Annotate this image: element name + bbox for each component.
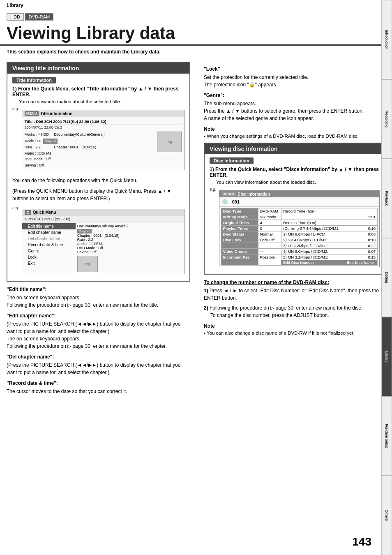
table-row-2: Writing Mode VR mode 1:51: [221, 214, 377, 220]
table-row-7: 3) LP 2.2Mbps / □□D/M1: 0:22: [221, 243, 377, 249]
side-nav-recording[interactable]: Recording: [381, 79, 392, 159]
qm-genre: Documentary/Culture(General): [77, 224, 128, 228]
meta-line-5: DVD Mode : Off: [25, 156, 154, 162]
cell-sp2-val: 0:10: [345, 237, 377, 243]
disc-info-table: Disc Type DVD-RAM Record Time (h:m) Writ…: [221, 208, 378, 266]
meta-line-4: Audio : □□D/ M1: [25, 150, 154, 156]
page-title: Viewing Library data: [7, 24, 385, 43]
side-nav-library[interactable]: Library: [381, 317, 392, 396]
qm-thumb: img: [77, 256, 98, 272]
cell-empty-label: [221, 243, 258, 249]
cell-writing-mode-value: VR mode: [258, 214, 281, 220]
sections-list: "Edit title name": The on-screen keyboar…: [7, 287, 190, 395]
qm-item-del-chapter[interactable]: Del chapter name: [22, 236, 76, 242]
edit-chapter-head: "Edit chapter name":: [7, 313, 190, 319]
qm-item-edit-chapter[interactable]: Edit chapter name: [22, 229, 76, 236]
para-quick-menu-note: (Press the QUICK MENU button to display …: [12, 187, 184, 202]
cell-mn5: 5) MN 3.2Mbps / □□D/M1:: [281, 254, 345, 260]
tab-dvd-ram[interactable]: DVD-RAM: [25, 13, 53, 21]
side-nav-introduction[interactable]: Introduction: [381, 0, 392, 79]
edit-chapter-body: (Press the PICTURE SEARCH (◄◄/▶►) button…: [7, 320, 190, 350]
qm-item-lock[interactable]: Lock: [22, 254, 76, 260]
quick-menu-icon-2: ⊙: [25, 210, 31, 215]
cell-edit-disc-name[interactable]: Edit Disc Name: [345, 260, 377, 266]
genre-body: The sub-menu appears. Press the ▲ / ▼ bu…: [204, 100, 385, 122]
title-meta-area: Media : ≡ HDD Documentary/Culture(Genera…: [25, 132, 182, 168]
change-step1-num: 1): [204, 288, 208, 294]
note-bullet-1: • When you change settings of a DVD-RAM …: [204, 134, 385, 139]
left-column: Viewing title information Title informat…: [0, 58, 197, 402]
quick-menu-icon-1: MENU: [25, 111, 39, 116]
eg-label-1: e.g.: [12, 106, 19, 111]
side-nav-editing[interactable]: Editing: [381, 238, 392, 317]
qm-item-exit[interactable]: Exit: [22, 260, 76, 266]
cell-lp3: 3) LP 2.2Mbps / □□D/M1:: [281, 243, 345, 249]
right-column: "Lock" Set the protection for the curren…: [197, 58, 392, 402]
page-subtitle: This section explains how to check and m…: [0, 46, 392, 58]
change-step1-text: Press ◄ / ► to select "Edit Disc Number"…: [204, 288, 379, 301]
cell-lp3-val: 0:22: [345, 243, 377, 249]
qm-item-genre[interactable]: Genre: [22, 248, 76, 254]
note-title-1: Note: [204, 126, 385, 132]
meta-line-6: Saving : Off: [25, 162, 154, 168]
title-info-body: Title information 1) From the Quick Menu…: [7, 74, 189, 281]
title-example-header: MENU Title information: [22, 110, 184, 117]
disc-step1-num: 1): [210, 166, 214, 172]
side-nav-others[interactable]: Others: [381, 476, 392, 555]
cell-disc-status-label: Disc Status: [221, 231, 258, 237]
table-row-6: Disc Lock Lock Off 2) SP 4.6Mbps / □□D/M…: [221, 237, 377, 243]
qm-item-edit-title[interactable]: Edit title name: [22, 223, 76, 229]
disc-info-table-area: Disc Type DVD-RAM Record Time (h:m) Writ…: [219, 207, 379, 267]
del-chapter-head: "Del chapter name":: [7, 354, 190, 360]
title-info-header: Viewing title information: [7, 63, 189, 74]
change-step2-text: Following the procedure on ▷ page 30, en…: [210, 305, 362, 311]
genre-body1: The sub-menu appears.: [204, 101, 256, 106]
cell-final-empty: [221, 260, 258, 266]
disc-menu-icon: MENU: [222, 192, 236, 197]
cell-current-sp-val: 0:10: [345, 226, 377, 231]
cell-mn1: 1) MN 6.6Mbps / L-PCM :: [281, 231, 345, 237]
cell-writing-mode-label: Writing Mode: [221, 214, 258, 220]
cell-empty-value: [258, 243, 281, 249]
disc-example-header: MENU Disc information: [219, 191, 379, 197]
cell-video-create-value: —: [258, 249, 281, 254]
cell-playlist-label: Playlist Titles: [221, 226, 258, 231]
table-row-9: Increment Rec Possible 5) MN 3.2Mbps / □…: [221, 254, 377, 260]
quick-menu-label: Quick Menu: [33, 210, 56, 215]
title-info-section: Viewing title information Title informat…: [7, 62, 190, 282]
meta-line-3: Rate : 2.2 Chapter : 0001 (0:04:15): [25, 144, 154, 150]
qm-audio: Audio : □□D/ M1: [77, 242, 104, 246]
table-row-10: Edit Disc Number Edit Disc Name: [221, 260, 377, 266]
table-row-8: Video Create — 4) MN 6.0Mbps / □□D/M2: 0…: [221, 249, 377, 254]
meta-line-2: Mode : LP Original: [25, 138, 154, 145]
title-row-text: Title : D06 3CH 2004 7/11(Su) 22:00 (2:0…: [25, 119, 106, 124]
cell-disc-type-label: Disc Type: [221, 208, 258, 214]
title-step1-instruction: From the Quick Menu, select "Title infor…: [12, 86, 178, 97]
qm-thumb-area: img: [77, 256, 98, 272]
cell-edit-disc-number[interactable]: Edit Disc Number: [281, 260, 345, 266]
side-nav-function-setup[interactable]: Function setup: [381, 396, 392, 476]
title-step1-num: 1): [12, 86, 17, 92]
cell-empty: [281, 214, 345, 220]
cell-disc-type-value: DVD-RAM: [258, 208, 281, 214]
qm-item-record-date[interactable]: Record date & time: [22, 242, 76, 248]
disc-step1-sub: You can view information about the loade…: [216, 180, 380, 185]
table-row-5: Disc Status Normal 1) MN 6.6Mbps / L-PCM…: [221, 231, 377, 237]
title-step1-sub: You can view information about the selec…: [19, 99, 184, 104]
disc-icon: 💿: [222, 199, 228, 205]
edit-title-body: The on-screen keyboard appears.Following…: [7, 294, 190, 309]
eg-label-2: e.g.: [12, 206, 19, 210]
original-badge: Original: [43, 139, 58, 145]
media-tabs: HDD DVD-RAM: [0, 11, 392, 21]
quick-menu-layout: Edit title name Edit chapter name Del ch…: [22, 222, 184, 274]
disc-info-body: Disc information 1) From the Quick Menu,…: [205, 154, 385, 274]
side-nav-playback[interactable]: Playback: [381, 159, 392, 238]
note-title-2: Note: [204, 323, 385, 329]
page-title-area: Viewing Library data: [0, 21, 392, 46]
disc-step1-instruction: From the Quick Menu, select "Discs infor…: [210, 166, 379, 178]
qm-dvdmode: DVD Mode : Off: [77, 246, 103, 250]
qm-right-area: Documentary/Culture(General) Original Ch…: [76, 222, 129, 274]
cell-increment-label: Increment Rec: [221, 254, 258, 260]
tab-hdd[interactable]: HDD: [7, 13, 24, 21]
title-meta-text: Media : ≡ HDD Documentary/Culture(Genera…: [25, 132, 154, 168]
